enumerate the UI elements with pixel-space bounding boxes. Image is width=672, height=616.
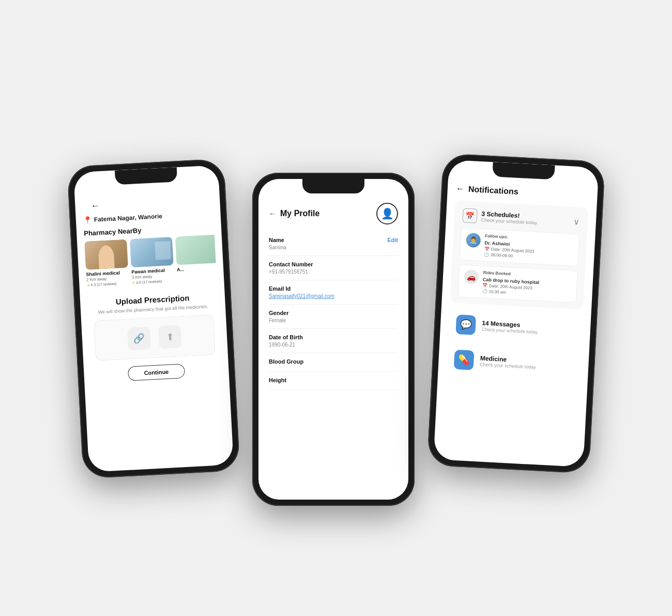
notch-1 bbox=[115, 167, 177, 185]
name-value: Samina bbox=[269, 245, 286, 250]
profile-title: My Profile bbox=[280, 209, 319, 218]
field-dob: Date of Birth 1990-06-21 bbox=[269, 329, 398, 353]
back-icon-1: ← bbox=[90, 200, 100, 212]
dob-label: Date of Birth bbox=[269, 334, 398, 340]
date-icon: 📅 bbox=[484, 246, 490, 251]
calendar-icon: 📅 bbox=[463, 208, 478, 223]
contact-value: +91-9579158751 bbox=[269, 269, 398, 275]
link-icon-btn[interactable]: 🔗 bbox=[127, 326, 151, 350]
chevron-down-icon: ∨ bbox=[573, 216, 579, 227]
field-gender: Gender Female bbox=[269, 305, 398, 329]
gender-label: Gender bbox=[269, 310, 398, 316]
pharmacy-img-1 bbox=[84, 239, 128, 269]
medicine-notification[interactable]: 💊 Medicine Check your schedule today bbox=[446, 343, 581, 382]
followup-card[interactable]: 👨‍⚕️ Follow ups: Dr. Ashwini 📅 Date: 20t… bbox=[460, 228, 580, 266]
rating-reviews-2: (17 reviews) bbox=[142, 279, 162, 284]
blood-label: Blood Group bbox=[269, 358, 398, 365]
back-button-3[interactable]: ← bbox=[455, 184, 464, 193]
email-value: Saminasaify021@gmail.com bbox=[269, 293, 398, 299]
medicine-icon: 💊 bbox=[454, 349, 475, 370]
pharmacy-card-2[interactable]: Pawan medical 3 Km away ★ 4.0 (17 review… bbox=[130, 236, 175, 284]
clock-icon-2: 🕐 bbox=[482, 289, 487, 294]
notch-2 bbox=[302, 179, 364, 193]
height-label: Height bbox=[269, 377, 398, 383]
notifications-title: Notifications bbox=[468, 184, 518, 196]
avatar-circle: 👤 bbox=[376, 203, 398, 224]
rating-value-1: 4.3 bbox=[90, 283, 96, 287]
rides-icon: 🚗 bbox=[464, 269, 479, 284]
pharmacy-card-1[interactable]: Shalini medical 2 Km away ★ 4.3 (17 revi… bbox=[84, 239, 129, 287]
messages-icon: 💬 bbox=[455, 314, 476, 335]
upload-icon-btn[interactable]: ⬆ bbox=[158, 325, 182, 349]
name-label: Name bbox=[269, 237, 286, 243]
pharmacy-section-title: Pharmacy NearBy bbox=[84, 222, 214, 237]
schedules-section: 📅 3 Schedules! Check your schedule today… bbox=[450, 200, 588, 309]
upload-box[interactable]: 🔗 ⬆ bbox=[94, 314, 216, 361]
field-height: Height bbox=[269, 372, 398, 390]
contact-label: Contact Number bbox=[269, 261, 398, 267]
profile-header: ← My Profile 👤 bbox=[269, 203, 398, 224]
pharmacy-cards-list: Shalini medical 2 Km away ★ 4.3 (17 revi… bbox=[84, 234, 217, 287]
rides-card[interactable]: 🚗 Rides Booked Cab drop to ruby hospital… bbox=[457, 264, 578, 303]
doctor-avatar: 👨‍⚕️ bbox=[466, 232, 481, 247]
continue-button[interactable]: Continue bbox=[128, 364, 185, 381]
star-icon-2: ★ bbox=[132, 280, 135, 284]
field-blood: Blood Group bbox=[269, 353, 398, 372]
rides-label: Rides Booked bbox=[483, 270, 540, 278]
clock-icon-1: 🕐 bbox=[484, 252, 489, 257]
location-icon: 📍 bbox=[83, 215, 92, 224]
date-icon-2: 📅 bbox=[482, 283, 487, 288]
upload-section: Upload Prescription We will show the pha… bbox=[87, 288, 222, 387]
pharmacy-name-3: A... bbox=[177, 265, 217, 273]
edit-button[interactable]: Edit bbox=[387, 237, 398, 243]
notch-3 bbox=[492, 162, 555, 179]
dob-value: 1990-06-21 bbox=[269, 342, 398, 348]
email-label: Email Id bbox=[269, 286, 398, 292]
pharmacy-img-2 bbox=[130, 236, 174, 267]
back-button-2[interactable]: ← bbox=[269, 209, 276, 218]
followup-label: Follow ups: bbox=[485, 233, 535, 241]
pharmacy-img-3 bbox=[175, 234, 217, 265]
gender-value: Female bbox=[269, 318, 398, 323]
messages-notification[interactable]: 💬 14 Messages Check your schedule today bbox=[448, 308, 583, 347]
field-name: Name Samina Edit bbox=[269, 232, 398, 256]
star-icon-1: ★ bbox=[86, 283, 89, 287]
back-button-1[interactable]: ← bbox=[82, 196, 111, 216]
notifications-header: ← Notifications bbox=[455, 184, 589, 200]
rating-reviews-1: (17 reviews) bbox=[97, 281, 116, 286]
phone-pharmacy: ← 📍 Fatema Nagar, Wanorie Pharmacy NearB… bbox=[67, 158, 240, 478]
phone-notifications: ← Notifications 📅 3 Schedules! Check you… bbox=[427, 153, 605, 474]
phone-profile: ← My Profile 👤 Name Samina Edit bbox=[252, 173, 415, 506]
rating-value-2: 4.0 bbox=[136, 280, 141, 284]
field-email: Email Id Saminasaify021@gmail.com bbox=[269, 280, 398, 305]
field-contact: Contact Number +91-9579158751 bbox=[269, 256, 398, 280]
pharmacy-card-3[interactable]: A... bbox=[175, 234, 217, 282]
